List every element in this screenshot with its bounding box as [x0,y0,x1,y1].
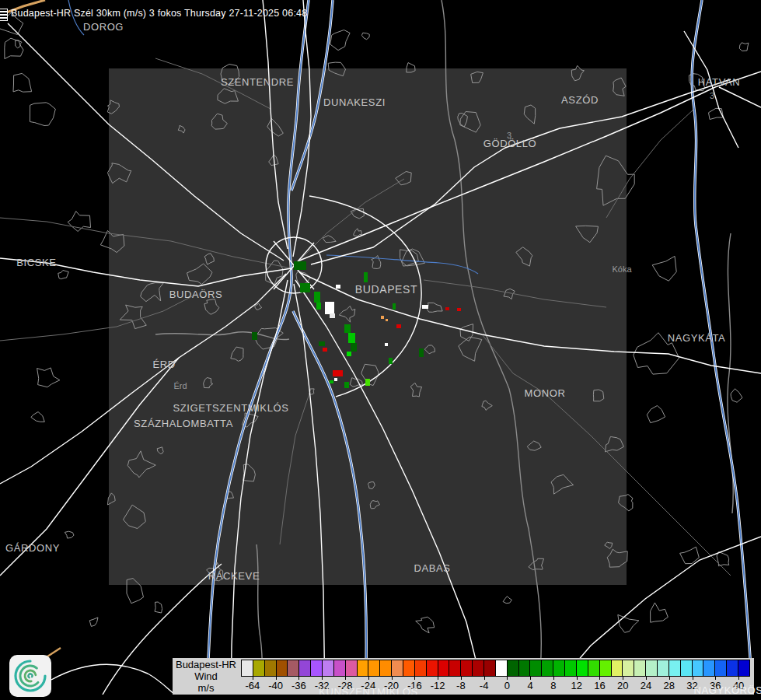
scale-cell-41 [715,660,727,676]
wind-cell-7 [344,324,351,333]
radar-app-screen: Budapest-HR Szél 30km (m/s) 3 fokos Thur… [0,0,761,700]
tick-label-16: 16 [594,680,605,691]
scale-cell-32 [612,660,623,676]
tick-label-28: 28 [664,680,675,691]
wind-cell-16 [344,382,349,388]
tick-label--24: -24 [361,680,375,691]
scale-cell-13 [392,660,403,676]
wind-cell-27 [381,316,384,319]
wind-cell-13 [323,348,327,352]
scale-cell-33 [623,660,634,676]
radar-map-canvas[interactable] [0,0,761,700]
scale-cell-34 [634,660,646,676]
wind-cell-15 [365,379,370,386]
scale-cell-15 [415,660,427,676]
wind-cell-3 [316,303,321,310]
scale-cell-7 [323,660,334,676]
wind-cell-23 [422,305,428,309]
scale-cell-22 [496,660,508,676]
scale-cell-35 [646,660,658,676]
scale-cell-37 [669,660,681,676]
wind-cell-11 [319,341,325,346]
scale-cell-38 [681,660,693,676]
scale-cell-10 [358,660,369,676]
wind-legend: Budapest-HR Wind m/s -64-40-36-32-28-24-… [173,658,754,695]
scale-cell-19 [461,660,473,676]
tick-label--28: -28 [338,680,353,691]
radar-coverage-area [109,68,627,585]
wind-cell-2 [314,292,320,303]
scale-cell-36 [658,660,669,676]
scale-cell-18 [449,660,461,676]
tick-label-8: 8 [550,680,556,691]
wind-cell-9 [351,343,357,352]
wind-cell-18 [334,378,337,381]
scale-cell-28 [565,660,577,676]
wind-cell-1 [300,283,310,292]
tick-label-36: 36 [710,680,721,691]
legend-title-line1: Budapest-HR [173,659,239,670]
wind-cell-21 [364,272,368,282]
color-scale-cells [241,660,750,677]
scale-cell-5 [299,660,311,676]
wind-cell-6 [336,285,340,289]
scale-cell-1 [253,660,265,676]
scale-cell-12 [380,660,392,676]
wind-cell-4 [325,302,334,314]
scale-cell-2 [265,660,277,676]
tick-label-32: 32 [686,680,697,691]
tick-label-24: 24 [641,680,651,691]
scale-cell-21 [484,660,496,676]
wind-cell-20 [419,348,424,357]
scale-cell-20 [473,660,484,676]
tick-label-12: 12 [571,680,581,691]
tick-label--64: -64 [245,680,260,691]
scale-cell-26 [542,660,553,676]
tick-label--16: -16 [407,680,422,691]
scale-cell-17 [438,660,450,676]
wind-cell-0 [294,261,306,270]
wind-cell-12 [252,332,257,340]
scale-cell-39 [693,660,704,676]
scale-cell-4 [288,660,299,676]
wind-cell-14 [333,370,343,376]
scale-cell-29 [577,660,588,676]
scale-cell-31 [600,660,612,676]
tick-label-20: 20 [617,680,628,691]
scale-cell-14 [403,660,415,676]
scale-cell-40 [703,660,715,676]
wind-cell-5 [330,313,335,318]
scale-cell-24 [519,660,531,676]
scale-cell-6 [311,660,323,676]
tick-label--40: -40 [268,680,283,691]
scale-cell-42 [727,660,738,676]
tick-label--12: -12 [431,680,445,691]
tick-label-4: 4 [528,680,533,691]
scale-cell-16 [427,660,438,676]
color-scale: -64-40-36-32-28-24-20-16-12-8-4048121620… [241,660,750,694]
wind-cell-22 [393,303,396,310]
wind-cell-28 [386,319,388,321]
scale-cell-9 [346,660,358,676]
wind-cell-26 [396,324,401,328]
tick-label--20: -20 [384,680,399,691]
scale-cell-3 [277,660,288,676]
legend-title-line3: m/s [173,682,239,694]
scale-cell-0 [242,660,253,676]
bottom-bar [0,695,761,700]
radar-spiral-logo[interactable] [9,655,51,697]
wind-cell-17 [330,380,333,383]
scale-cell-30 [588,660,600,676]
tick-label--32: -32 [315,680,330,691]
wind-cell-8 [348,333,355,343]
scale-cell-25 [530,660,542,676]
scale-cell-8 [334,660,346,676]
tick-label--8: -8 [456,680,466,691]
scale-cell-43 [738,660,749,676]
scale-cell-27 [553,660,565,676]
clipped-edge-glyph [0,9,8,21]
legend-title: Budapest-HR Wind m/s [173,659,239,694]
wind-cell-10 [347,352,351,356]
wind-cell-25 [457,308,461,311]
tick-label-40: 40 [733,680,744,691]
